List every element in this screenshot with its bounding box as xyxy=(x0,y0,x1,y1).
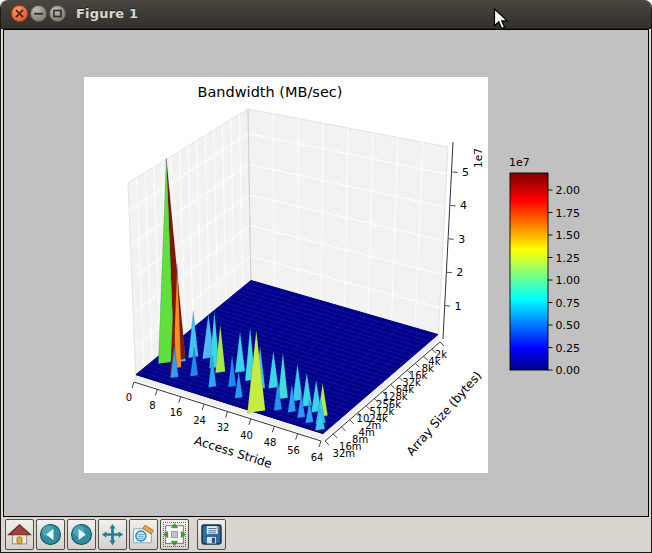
toolbar-subplots-button[interactable] xyxy=(160,519,189,550)
save-icon xyxy=(199,522,224,547)
plot-title: Bandwidth (MB/sec) xyxy=(198,84,343,100)
colorbar-tick-label: 0.25 xyxy=(556,342,581,355)
z-tick-label: 1 xyxy=(454,300,461,313)
figure-window: Figure 1 081624324048566432m16m8m4m2m102… xyxy=(0,0,652,553)
window-minimize-button[interactable] xyxy=(30,5,47,22)
colorbar-tick-label: 2.00 xyxy=(556,184,581,197)
colorbar-tick-label: 0.75 xyxy=(556,297,581,310)
z-tick-label: 4 xyxy=(460,199,467,212)
toolbar-forward-button[interactable] xyxy=(67,519,96,550)
zoom-rect-icon xyxy=(131,522,156,547)
colorbar-tick-label: 0.50 xyxy=(556,319,581,332)
colorbar-tick-label: 1.75 xyxy=(556,207,581,220)
z-tick-label: 5 xyxy=(462,166,469,179)
toolbar-save-button[interactable] xyxy=(197,519,226,550)
x-tick-label: 40 xyxy=(240,430,253,441)
x-tick-label: 48 xyxy=(264,437,277,448)
colorbar-tick-label: 1.00 xyxy=(556,274,581,287)
x-tick-label: 8 xyxy=(149,400,155,411)
colorbar-tick-label: 0.00 xyxy=(556,364,581,377)
back-icon xyxy=(38,522,63,547)
x-tick-label: 64 xyxy=(311,452,324,463)
pan-icon xyxy=(100,522,125,547)
mouse-cursor xyxy=(493,8,509,35)
window-maximize-button[interactable] xyxy=(49,5,66,22)
x-tick-label: 24 xyxy=(193,415,206,426)
plot-3d-surface[interactable]: 081624324048566432m16m8m4m2m1024k512k256… xyxy=(4,30,648,516)
toolbar-home-button[interactable] xyxy=(5,519,34,550)
home-icon xyxy=(7,522,32,547)
x-tick-label: 56 xyxy=(287,445,300,456)
z-tick-label: 2 xyxy=(456,266,463,279)
colorbar-tick-label: 1.25 xyxy=(556,252,581,265)
figure-canvas[interactable]: 081624324048566432m16m8m4m2m1024k512k256… xyxy=(4,30,648,516)
colorbar-offset-label: 1e7 xyxy=(509,156,530,169)
x-tick-label: 32 xyxy=(217,422,230,433)
close-icon xyxy=(11,5,28,22)
colorbar-gradient xyxy=(510,173,548,370)
y-tick-label: 2k xyxy=(435,349,447,360)
z-axis-offset-label: 1e7 xyxy=(472,148,484,168)
x-tick-label: 16 xyxy=(170,407,183,418)
window-title: Figure 1 xyxy=(76,6,138,21)
maximize-icon xyxy=(49,5,66,22)
nav-toolbar xyxy=(1,517,651,553)
minimize-icon xyxy=(30,5,47,22)
z-tick-label: 3 xyxy=(458,233,465,246)
forward-icon xyxy=(69,522,94,547)
subplots-icon xyxy=(162,522,187,547)
toolbar-zoom-button[interactable] xyxy=(129,519,158,550)
window-titlebar[interactable]: Figure 1 xyxy=(1,0,652,29)
x-tick-label: 0 xyxy=(126,392,132,403)
colorbar-tick-label: 1.50 xyxy=(556,229,581,242)
toolbar-pan-button[interactable] xyxy=(98,519,127,550)
window-close-button[interactable] xyxy=(11,5,28,22)
colorbar: 0.000.250.500.751.001.251.501.752.001e7 xyxy=(509,156,580,377)
toolbar-back-button[interactable] xyxy=(36,519,65,550)
